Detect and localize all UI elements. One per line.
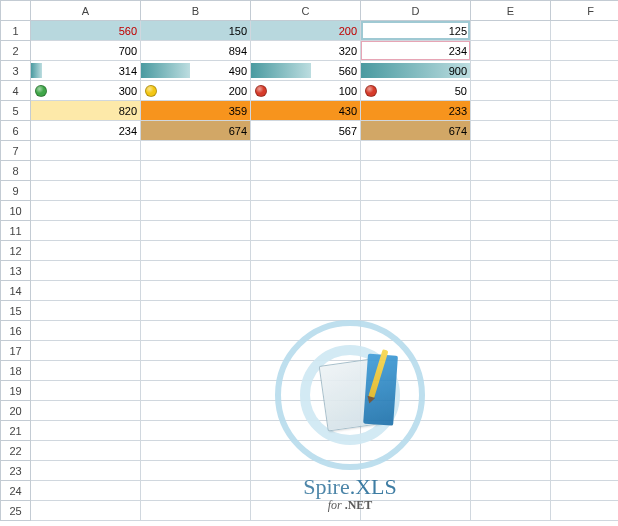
cell-C9[interactable] [251, 181, 361, 201]
cell-A3[interactable]: 314 [31, 61, 141, 81]
cell-C20[interactable] [251, 401, 361, 421]
cell-F5[interactable] [551, 101, 619, 121]
cell-B17[interactable] [141, 341, 251, 361]
cell-E4[interactable] [471, 81, 551, 101]
cell-F9[interactable] [551, 181, 619, 201]
cell-C19[interactable] [251, 381, 361, 401]
cell-D6[interactable]: 674 [361, 121, 471, 141]
cell-E7[interactable] [471, 141, 551, 161]
cell-B2[interactable]: 894 [141, 41, 251, 61]
row-header-4[interactable]: 4 [1, 81, 31, 101]
cell-E9[interactable] [471, 181, 551, 201]
cell-D2[interactable]: 234 [361, 41, 471, 61]
cell-F21[interactable] [551, 421, 619, 441]
cell-E6[interactable] [471, 121, 551, 141]
cell-E13[interactable] [471, 261, 551, 281]
cell-A4[interactable]: 300 [31, 81, 141, 101]
cell-D15[interactable] [361, 301, 471, 321]
cell-A22[interactable] [31, 441, 141, 461]
cell-F17[interactable] [551, 341, 619, 361]
cell-E23[interactable] [471, 461, 551, 481]
cell-B1[interactable]: 150 [141, 21, 251, 41]
cell-D11[interactable] [361, 221, 471, 241]
cell-A19[interactable] [31, 381, 141, 401]
cell-E1[interactable] [471, 21, 551, 41]
cell-C6[interactable]: 567 [251, 121, 361, 141]
cell-A20[interactable] [31, 401, 141, 421]
cell-C8[interactable] [251, 161, 361, 181]
cell-E14[interactable] [471, 281, 551, 301]
cell-E15[interactable] [471, 301, 551, 321]
cell-B8[interactable] [141, 161, 251, 181]
row-header-17[interactable]: 17 [1, 341, 31, 361]
cell-F2[interactable] [551, 41, 619, 61]
row-header-19[interactable]: 19 [1, 381, 31, 401]
row-header-23[interactable]: 23 [1, 461, 31, 481]
cell-E18[interactable] [471, 361, 551, 381]
cell-A2[interactable]: 700 [31, 41, 141, 61]
cell-E3[interactable] [471, 61, 551, 81]
cell-C3[interactable]: 560 [251, 61, 361, 81]
cell-B22[interactable] [141, 441, 251, 461]
cell-E19[interactable] [471, 381, 551, 401]
cell-A14[interactable] [31, 281, 141, 301]
cell-A15[interactable] [31, 301, 141, 321]
cell-F10[interactable] [551, 201, 619, 221]
row-header-16[interactable]: 16 [1, 321, 31, 341]
cell-C14[interactable] [251, 281, 361, 301]
cell-D4[interactable]: 50 [361, 81, 471, 101]
cell-F4[interactable] [551, 81, 619, 101]
cell-D8[interactable] [361, 161, 471, 181]
cell-A6[interactable]: 234 [31, 121, 141, 141]
cell-B20[interactable] [141, 401, 251, 421]
cell-E11[interactable] [471, 221, 551, 241]
cell-D21[interactable] [361, 421, 471, 441]
cell-D18[interactable] [361, 361, 471, 381]
cell-E10[interactable] [471, 201, 551, 221]
cell-A9[interactable] [31, 181, 141, 201]
col-header-E[interactable]: E [471, 1, 551, 21]
cell-C17[interactable] [251, 341, 361, 361]
cell-E17[interactable] [471, 341, 551, 361]
cell-B4[interactable]: 200 [141, 81, 251, 101]
cell-E5[interactable] [471, 101, 551, 121]
cell-B7[interactable] [141, 141, 251, 161]
cell-A17[interactable] [31, 341, 141, 361]
cell-B5[interactable]: 359 [141, 101, 251, 121]
row-header-9[interactable]: 9 [1, 181, 31, 201]
row-header-18[interactable]: 18 [1, 361, 31, 381]
cell-C25[interactable] [251, 501, 361, 521]
row-header-5[interactable]: 5 [1, 101, 31, 121]
cell-F6[interactable] [551, 121, 619, 141]
cell-A23[interactable] [31, 461, 141, 481]
cell-F1[interactable] [551, 21, 619, 41]
row-header-21[interactable]: 21 [1, 421, 31, 441]
col-header-C[interactable]: C [251, 1, 361, 21]
cell-B16[interactable] [141, 321, 251, 341]
cell-A5[interactable]: 820 [31, 101, 141, 121]
cell-B18[interactable] [141, 361, 251, 381]
row-header-6[interactable]: 6 [1, 121, 31, 141]
cell-A21[interactable] [31, 421, 141, 441]
row-header-14[interactable]: 14 [1, 281, 31, 301]
cell-F7[interactable] [551, 141, 619, 161]
cell-D17[interactable] [361, 341, 471, 361]
cell-E16[interactable] [471, 321, 551, 341]
row-header-20[interactable]: 20 [1, 401, 31, 421]
cell-B14[interactable] [141, 281, 251, 301]
cell-C2[interactable]: 320 [251, 41, 361, 61]
cell-D20[interactable] [361, 401, 471, 421]
cell-C12[interactable] [251, 241, 361, 261]
cell-B21[interactable] [141, 421, 251, 441]
col-header-A[interactable]: A [31, 1, 141, 21]
cell-A25[interactable] [31, 501, 141, 521]
cell-B3[interactable]: 490 [141, 61, 251, 81]
row-header-24[interactable]: 24 [1, 481, 31, 501]
cell-D23[interactable] [361, 461, 471, 481]
cell-D7[interactable] [361, 141, 471, 161]
cell-E8[interactable] [471, 161, 551, 181]
row-header-25[interactable]: 25 [1, 501, 31, 521]
cell-F16[interactable] [551, 321, 619, 341]
cell-F15[interactable] [551, 301, 619, 321]
cell-D12[interactable] [361, 241, 471, 261]
